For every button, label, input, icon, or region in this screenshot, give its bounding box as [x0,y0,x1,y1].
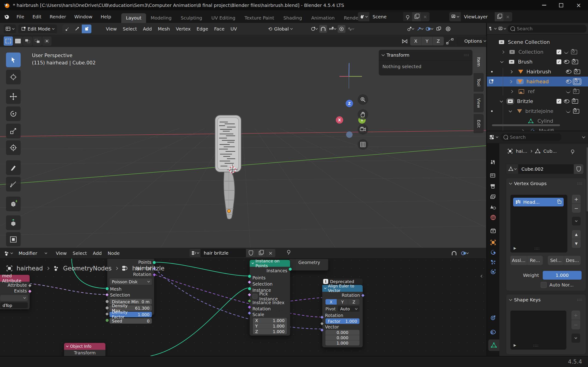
vertex-group-item-head[interactable]: Head... [513,198,564,206]
panel-grip-icon[interactable]: ∷∷ [577,181,582,186]
density-factor-field[interactable]: Density Factor1.000 [110,312,152,317]
workspace-tab-animation[interactable]: Animation [307,13,339,23]
region-collapse-arrow[interactable]: ‹ [480,272,483,280]
camera-view-button[interactable] [358,124,368,135]
align-euler-header[interactable]: Align Euler to Vector [322,285,363,292]
tree-id-selector[interactable] [190,249,200,257]
tool-transform[interactable] [6,140,21,155]
menu-edit[interactable]: Edit [28,14,45,19]
pin-id-icon[interactable] [571,150,574,153]
expand-icon[interactable] [510,90,513,93]
tool-add-cube[interactable]: + [6,197,21,211]
sidebar-tab-item[interactable]: Item [474,52,484,71]
list-resize-grip[interactable]: ∷∷ [533,344,539,348]
collapse-icon[interactable] [500,60,503,63]
viewport-menu-edge[interactable]: Edge [194,26,211,32]
tab-scene[interactable] [487,201,499,213]
outliner-display-mode-selector[interactable] [489,26,496,31]
render-visibility-icon[interactable] [572,60,578,64]
outliner-row-hairbrush[interactable]: Hairbrush [487,67,588,77]
menu-file[interactable]: File [12,14,28,19]
viewport-menu-add[interactable]: Add [140,26,155,32]
tab-collection[interactable] [487,225,499,237]
collapse-icon[interactable] [509,109,512,112]
menu-help[interactable]: Help [96,14,115,19]
add-shape-key-button[interactable]: + [571,311,580,320]
breadcrumb-modifier[interactable]: GeometryNodes [63,265,112,272]
attribute-name-field[interactable]: dTop [0,302,28,308]
remove-vertex-group-button[interactable]: − [572,204,581,213]
close-button[interactable]: × [576,4,581,7]
show-gizmo-selector[interactable] [406,25,414,33]
collapse-icon[interactable] [500,99,503,102]
mirror-x-button[interactable]: X [410,37,422,45]
pivot-point-selector[interactable] [310,25,318,33]
tab-render[interactable] [487,170,499,181]
tab-tool[interactable] [487,156,499,168]
viewport-menu-select[interactable]: Select [120,26,140,32]
shading-mode-solid-icon[interactable] [444,25,452,33]
hide-eye-icon[interactable] [564,99,569,103]
distribution-method-dropdown[interactable]: Poisson Disk [110,278,152,285]
mesh-id-selector[interactable] [506,164,518,174]
tool-annotate[interactable] [6,160,21,175]
viewlayer-remove-button[interactable]: × [503,12,512,21]
render-visibility-icon[interactable] [573,109,579,114]
expand-icon[interactable] [501,50,504,53]
proportional-editing-toggle[interactable] [338,25,346,33]
tab-constraints[interactable] [487,326,499,338]
tool-inset[interactable] [6,232,21,246]
tab-output[interactable] [487,181,499,192]
select-mode-edge-button[interactable] [72,25,82,33]
weight-value-field[interactable]: 1.000 [543,271,582,280]
exclude-checkbox[interactable]: ✓ [556,59,561,64]
axis-z-button[interactable]: Z [348,299,359,305]
mode-selector[interactable]: Edit Mode [18,25,57,33]
remove-button[interactable]: Re... [527,256,543,265]
named-attribute-header[interactable]: med Attribute [0,275,30,282]
factor-field[interactable]: Factor1.000 [326,318,359,324]
gizmo-x-axis[interactable]: X [336,116,343,124]
workspace-tab-texture-paint[interactable]: Texture Paint [240,13,279,23]
viewport-menu-vertex[interactable]: Vertex [173,26,194,32]
node-instance-on-points[interactable]: Instance on Points Instances Points Sele… [250,260,290,336]
panel-grip-icon[interactable]: ∷∷ [577,298,582,302]
hide-eye-icon[interactable] [564,60,569,64]
workspace-tab-shading[interactable]: Shading [279,13,307,23]
node-named-attribute[interactable]: med Attribute Attribute Exists dTop [0,275,30,309]
outliner-row-hairhead[interactable]: hairhead [487,77,588,86]
tab-material[interactable] [487,353,499,356]
viewport-menu-face[interactable]: Face [211,26,227,32]
sidebar-tab-view[interactable]: View [474,94,484,112]
instance-on-points-header[interactable]: Instance on Points [250,260,290,267]
scale-y-field[interactable]: Y1.000 [253,323,287,329]
scene-new-button[interactable] [412,12,421,21]
select-intersect-button[interactable] [42,36,52,46]
tab-physics[interactable] [487,266,499,277]
pin-icon[interactable] [287,250,290,253]
fake-user-shield-button[interactable] [574,164,583,174]
tab-object-data[interactable] [488,340,499,351]
remove-shape-key-button[interactable]: − [571,320,580,329]
geometry-node-editor[interactable]: Geometry med Attribute Attribute Exists … [0,248,486,356]
socket-distance-min-in[interactable] [105,300,109,303]
outliner-row-collection[interactable]: Collection ✓ [487,47,588,57]
mirror-y-button[interactable]: Y [422,37,433,45]
navigation-gizmo[interactable] [333,50,369,92]
outliner-h-scrollbar[interactable] [492,124,560,126]
properties-options-chevron[interactable] [582,135,585,138]
breadcrumb-object[interactable]: hairhead [17,265,43,272]
auto-normalize-checkbox[interactable] [541,282,547,288]
panel-grip-icon[interactable]: ∷∷ [464,53,469,57]
outliner-row-britzle[interactable]: Britzle ✓ [487,96,588,106]
deselect-button[interactable]: Des... [564,256,581,265]
select-subtract-button[interactable] [23,36,32,46]
outliner-row-brush[interactable]: Brush ✓ [487,57,588,67]
pivot-dropdown[interactable]: Auto [338,306,359,312]
select-button[interactable]: Sel... [548,256,564,265]
vertex-groups-title[interactable]: Vertex Groups [514,181,547,186]
node-align-euler[interactable]: Align Euler to Vector Rotation X Y Z Piv… [322,285,363,348]
node-context-selector[interactable]: Modifier [16,249,50,257]
scale-z-field[interactable]: Z1.000 [253,329,287,334]
expand-icon[interactable] [509,80,512,83]
